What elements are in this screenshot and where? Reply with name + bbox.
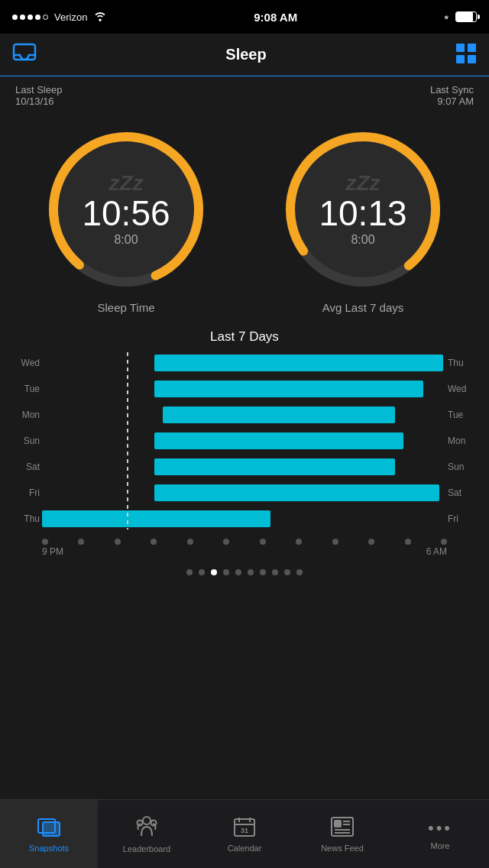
svg-rect-1 xyxy=(456,44,465,52)
grid-icon[interactable] xyxy=(455,43,477,67)
pager-dot[interactable] xyxy=(284,569,290,575)
dashed-line xyxy=(127,352,128,530)
carrier-label: Verizon xyxy=(54,11,87,23)
bar-row: WedThu xyxy=(42,352,443,374)
bar-row: SunMon xyxy=(42,430,443,452)
svg-rect-2 xyxy=(468,44,476,52)
last-sleep-info: Last Sleep 10/13/16 xyxy=(15,84,62,107)
pager-dot[interactable] xyxy=(223,569,229,575)
bar-label-right: Mon xyxy=(448,430,487,452)
leaderboard-icon xyxy=(135,815,158,841)
tab-more[interactable]: ••• More xyxy=(391,800,489,868)
battery-indicator xyxy=(455,11,477,22)
signal-dot-4 xyxy=(35,15,40,20)
bar-track xyxy=(42,510,443,527)
svg-rect-3 xyxy=(456,55,465,63)
pager-dot[interactable] xyxy=(235,569,241,575)
svg-rect-12 xyxy=(43,822,60,836)
x-axis-labels: 9 PM 6 AM xyxy=(42,545,447,557)
tab-leaderboard[interactable]: Leaderboard xyxy=(98,800,196,868)
bar-track xyxy=(42,484,443,501)
bar-label-left: Sun xyxy=(0,430,40,452)
bar-row: SatSun xyxy=(42,456,443,478)
bar-label-right: Wed xyxy=(448,378,487,400)
tab-newsfeed[interactable]: News Feed xyxy=(293,800,391,868)
x-label-right: 6 AM xyxy=(426,546,447,557)
calendar-icon: 31 xyxy=(233,816,256,840)
svg-text:31: 31 xyxy=(241,827,248,834)
bar-fill xyxy=(42,510,270,527)
svg-rect-4 xyxy=(468,55,476,63)
bar-row: FriSat xyxy=(42,482,443,504)
bar-label-left: Thu xyxy=(0,508,40,530)
pager-dot[interactable] xyxy=(186,569,193,575)
inbox-icon[interactable] xyxy=(12,43,37,67)
status-bar: Verizon 9:08 AM ⭒ xyxy=(0,0,489,34)
x-axis-dots xyxy=(42,539,447,545)
last-sync-info: Last Sync 9:07 AM xyxy=(430,84,474,107)
bar-row: ThuFri xyxy=(42,508,443,530)
pager-dot[interactable] xyxy=(272,569,278,575)
page-title: Sleep xyxy=(225,46,266,63)
x-dot xyxy=(332,539,338,545)
avg-time-value: 10:13 xyxy=(319,194,406,233)
status-left: Verizon xyxy=(12,11,107,24)
x-dot xyxy=(368,539,374,545)
svg-rect-0 xyxy=(14,44,35,60)
sleep-zzz: zZz xyxy=(82,173,170,194)
sleep-goal-value: 8:00 xyxy=(82,232,170,246)
bar-label-left: Tue xyxy=(0,378,40,400)
pager-dot[interactable] xyxy=(199,569,205,575)
tab-calendar[interactable]: 31 Calendar xyxy=(196,800,293,868)
more-icon: ••• xyxy=(428,818,452,838)
sleep-time-label: Sleep Time xyxy=(97,301,154,314)
pager-dot[interactable] xyxy=(260,569,266,575)
avg-goal-value: 8:00 xyxy=(319,232,406,246)
tab-bar: Snapshots Leaderboard 31 Cal xyxy=(0,799,489,868)
sleep-time-value: 10:56 xyxy=(82,194,170,233)
bar-label-left: Wed xyxy=(0,352,40,374)
last-sleep-label: Last Sleep xyxy=(15,84,62,96)
svg-point-14 xyxy=(143,817,151,824)
bar-label-right: Sun xyxy=(448,456,487,478)
bar-label-right: Sat xyxy=(448,482,487,504)
bar-fill xyxy=(154,381,423,397)
bar-label-right: Tue xyxy=(448,404,487,426)
tab-more-label: More xyxy=(430,841,449,850)
pager-dot[interactable] xyxy=(248,569,254,575)
bar-track xyxy=(42,406,443,423)
tab-leaderboard-label: Leaderboard xyxy=(123,844,170,853)
tab-newsfeed-label: News Feed xyxy=(321,844,364,853)
status-right: ⭒ xyxy=(444,10,477,24)
chart-title: Last 7 Days xyxy=(0,329,489,345)
bluetooth-icon: ⭒ xyxy=(444,10,449,24)
bar-row: TueWed xyxy=(42,378,443,400)
bar-label-left: Sat xyxy=(0,456,40,478)
x-dot xyxy=(42,539,48,545)
signal-dot-3 xyxy=(28,15,33,20)
avg-circle: zZz 10:13 8:00 Avg Last 7 days xyxy=(279,125,447,314)
bar-label-left: Fri xyxy=(0,482,40,504)
x-dot xyxy=(405,539,411,545)
chart-area: WedThuTueWedMonTueSunMonSatSunFriSatThuF… xyxy=(0,352,489,530)
tab-snapshots[interactable]: Snapshots xyxy=(0,800,98,868)
last-sleep-date: 10/13/16 xyxy=(15,96,62,107)
snapshots-icon xyxy=(37,816,61,840)
bar-label-right: Thu xyxy=(448,352,487,374)
bar-track xyxy=(42,458,443,475)
bar-track xyxy=(42,432,443,449)
x-dot xyxy=(115,539,121,545)
tab-snapshots-label: Snapshots xyxy=(29,844,69,853)
pager-dot[interactable] xyxy=(296,569,303,575)
signal-strength xyxy=(12,15,48,20)
info-row: Last Sleep 10/13/16 Last Sync 9:07 AM xyxy=(0,76,489,110)
signal-dot-5 xyxy=(43,15,48,20)
bar-fill xyxy=(154,432,403,449)
avg-zzz: zZz xyxy=(319,173,406,194)
pager-dot[interactable] xyxy=(211,569,217,575)
sleep-time-circle: zZz 10:56 8:00 Sleep Time xyxy=(42,125,210,314)
newsfeed-icon xyxy=(330,816,355,840)
bar-label-left: Mon xyxy=(0,404,40,426)
tab-calendar-label: Calendar xyxy=(228,844,262,853)
status-time: 9:08 AM xyxy=(254,11,297,24)
